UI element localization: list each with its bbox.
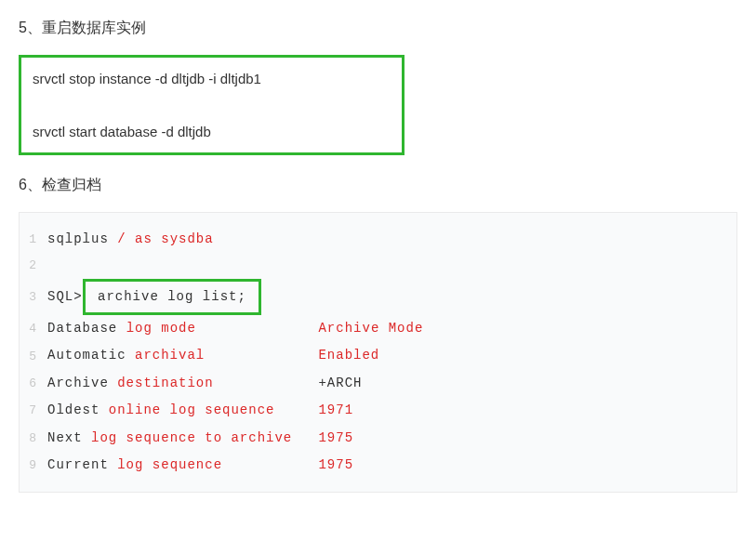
section-6-heading: 6、检查归档	[19, 176, 737, 195]
code-line: 2	[20, 253, 736, 278]
line-content: Oldest online log sequence 1971	[47, 397, 736, 424]
highlighted-command: archive log list;	[83, 279, 262, 315]
line-number: 1	[20, 227, 47, 252]
line-number: 2	[20, 253, 47, 278]
line-content: Archive destination +ARCH	[47, 370, 736, 397]
code-line: 1sqlplus / as sysdba	[20, 226, 736, 253]
cmd-start-database: srvctl start database -d dltjdb	[33, 124, 391, 139]
line-number: 7	[20, 398, 47, 423]
line-number: 4	[20, 316, 47, 341]
archive-log-code-block: 1sqlplus / as sysdba23SQL> archive log l…	[19, 212, 737, 493]
code-line: 7Oldest online log sequence 1971	[20, 397, 736, 424]
code-line: 8Next log sequence to archive 1975	[20, 425, 736, 452]
line-content: Automatic archival Enabled	[47, 342, 736, 369]
line-number: 8	[20, 426, 47, 451]
restart-commands-box: srvctl stop instance -d dltjdb -i dltjdb…	[19, 55, 405, 155]
code-line: 9Current log sequence 1975	[20, 452, 736, 479]
line-content: Current log sequence 1975	[47, 452, 736, 479]
section-5-heading: 5、重启数据库实例	[19, 19, 737, 38]
line-number: 6	[20, 371, 47, 396]
line-content: Next log sequence to archive 1975	[47, 425, 736, 452]
line-number: 3	[20, 284, 47, 310]
code-line: 5Automatic archival Enabled	[20, 342, 736, 369]
cmd-stop-instance: srvctl stop instance -d dltjdb -i dltjdb…	[33, 71, 391, 86]
line-number: 5	[20, 344, 47, 369]
code-line: 6Archive destination +ARCH	[20, 370, 736, 397]
code-line: 4Database log mode Archive Mode	[20, 315, 736, 342]
line-content: Database log mode Archive Mode	[47, 315, 736, 342]
code-line: 3SQL> archive log list;	[20, 279, 736, 315]
line-content: sqlplus / as sysdba	[47, 226, 736, 253]
line-number: 9	[20, 453, 47, 478]
line-content: SQL> archive log list;	[47, 279, 736, 315]
